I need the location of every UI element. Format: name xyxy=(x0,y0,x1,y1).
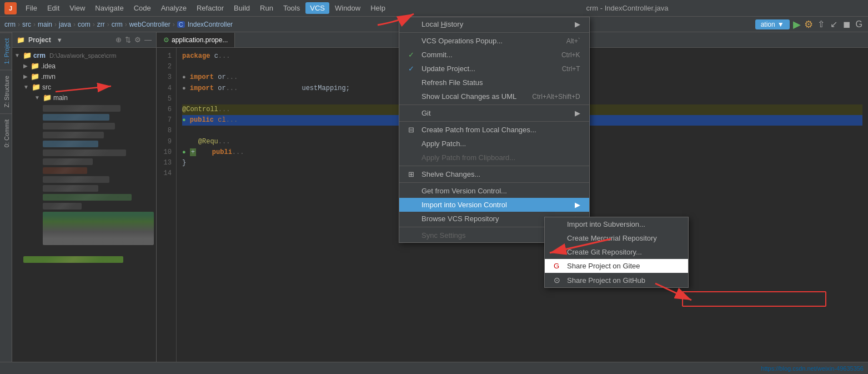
arrow-icon: ▶ xyxy=(575,20,580,28)
submenu-create-git[interactable]: Create Git Repository... xyxy=(545,245,688,259)
git-arrow-icon: ▶ xyxy=(575,109,580,117)
menu-code[interactable]: Code xyxy=(129,2,155,14)
breadcrumb-indexcontroller[interactable]: IndexController xyxy=(188,21,233,28)
breadcrumb-main[interactable]: main xyxy=(38,21,52,28)
tab-structure[interactable]: Z: Structure xyxy=(0,69,12,113)
status-url: https://blog.csdn.net/weixin-49635356 xyxy=(761,365,864,372)
submenu-import-subversion[interactable]: Import into Subversion... xyxy=(545,217,688,231)
sync-label: Sync Settings xyxy=(422,231,466,240)
share-github-label: Share Project on GitHub xyxy=(567,276,645,285)
tree-item-src[interactable]: ▼ 📁 src xyxy=(12,82,156,92)
menu-vcs-operations[interactable]: VCS Operations Popup... Alt+` xyxy=(399,34,589,48)
vcs-dropdown-menu: Local History ▶ VCS Operations Popup... … xyxy=(399,17,590,243)
menu-shelve[interactable]: ⊞ Shelve Changes... xyxy=(399,167,589,181)
project-panel: 📁 Project ▼ ⊕ ⇅ ⚙ — ▼ 📁 crm D:\Java\work… xyxy=(12,32,157,374)
blurred-section xyxy=(12,103,156,250)
tree-item-idea[interactable]: ▶ 📁 .idea xyxy=(12,61,156,71)
refresh-label: Refresh File Status xyxy=(422,78,483,87)
dropdown-icon: ▼ xyxy=(777,21,784,28)
sep: › xyxy=(93,21,95,28)
menu-create-patch[interactable]: ⊟ Create Patch from Local Changes... xyxy=(399,123,589,137)
breadcrumb-webcontroller[interactable]: webController xyxy=(129,21,170,28)
menu-get-vc[interactable]: Get from Version Control... xyxy=(399,184,589,198)
breadcrumb-zrr[interactable]: zrr xyxy=(97,21,105,28)
menu-help[interactable]: Help xyxy=(366,2,390,14)
menu-build[interactable]: Build xyxy=(229,2,254,14)
sep: › xyxy=(54,21,57,28)
menu-view[interactable]: View xyxy=(65,2,89,14)
menu-apply-patch-clipboard: Apply Patch from Clipboard... xyxy=(399,151,589,164)
panel-icon-2[interactable]: ⇅ xyxy=(125,36,131,44)
blurred-bottom xyxy=(12,254,156,265)
menu-import-vc[interactable]: Import into Version Control ▶ xyxy=(399,198,589,212)
menu-local-history[interactable]: Local History ▶ xyxy=(399,17,589,31)
menu-analyze[interactable]: Analyze xyxy=(157,2,191,14)
commit-shortcut: Ctrl+K xyxy=(550,51,580,59)
menu-vcs[interactable]: VCS xyxy=(305,2,329,14)
stop-icon[interactable]: ◼ xyxy=(843,19,850,29)
breadcrumb-crm2[interactable]: crm xyxy=(112,21,123,28)
import-subversion-label: Import into Subversion... xyxy=(567,220,645,228)
tab-project[interactable]: 1: Project xyxy=(0,32,12,69)
side-tabs: 1: Project Z: Structure 0: Commit xyxy=(0,32,12,374)
local-history-label: Local History xyxy=(422,20,463,28)
submenu-create-mercurial[interactable]: Create Mercurial Repository xyxy=(545,231,688,245)
panel-icon-3[interactable]: ⚙ xyxy=(134,36,141,44)
submenu-share-github[interactable]: ⊙ Share Project on GitHub xyxy=(545,273,688,287)
menu-git[interactable]: Git ▶ xyxy=(399,106,589,120)
tree-item-mvn[interactable]: ▶ 📁 .mvn xyxy=(12,71,156,82)
update-shortcut: Ctrl+T xyxy=(551,65,580,73)
tree-content: ▼ 📁 crm D:\Java\work_space\crm ▶ 📁 .idea… xyxy=(12,48,156,374)
shelve-label: Shelve Changes... xyxy=(422,170,480,178)
menu-tools[interactable]: Tools xyxy=(279,2,304,14)
tab-commit[interactable]: 0: Commit xyxy=(0,113,12,153)
browse-vcs-label: Browse VCS Repository xyxy=(422,215,499,223)
update-check-icon: ✓ xyxy=(408,64,417,73)
menu-refresh[interactable]: Refresh File Status xyxy=(399,76,589,89)
github-icon: ⊙ xyxy=(554,276,563,285)
create-git-label: Create Git Repository... xyxy=(567,248,642,256)
breadcrumb-src[interactable]: src xyxy=(22,21,31,28)
menu-run[interactable]: Run xyxy=(255,2,278,14)
tree-item-crm[interactable]: ▼ 📁 crm D:\Java\work_space\crm xyxy=(12,50,156,61)
menu-window[interactable]: Window xyxy=(330,2,365,14)
run-button[interactable]: ▶ xyxy=(793,18,801,31)
panel-title: Project xyxy=(28,36,51,44)
breadcrumb-java[interactable]: java xyxy=(59,21,71,28)
vcs-ops-label: VCS Operations Popup... xyxy=(422,37,503,45)
menu-show-uml[interactable]: Show Local Changes as UML Ctrl+Alt+Shift… xyxy=(399,89,589,103)
menu-file[interactable]: File xyxy=(21,2,42,14)
sep-1 xyxy=(399,32,589,33)
menu-edit[interactable]: Edit xyxy=(43,2,64,14)
uml-shortcut: Ctrl+Alt+Shift+D xyxy=(521,93,580,101)
config-label: ation xyxy=(761,21,775,28)
import-vc-submenu: Import into Subversion... Create Mercuri… xyxy=(544,217,689,288)
menu-commit[interactable]: ✓ Commit... Ctrl+K xyxy=(399,48,589,62)
line-numbers: 1 2 3 4 5 6 7 8 9 10 13 14 xyxy=(157,48,177,374)
breadcrumb-com[interactable]: com xyxy=(78,21,91,28)
editor-tab-props[interactable]: ⚙ application.prope... xyxy=(157,33,235,47)
configuration-button[interactable]: ation ▼ xyxy=(755,19,790,29)
git-label: Git xyxy=(422,109,431,117)
debug-button[interactable]: ⚙ xyxy=(804,18,813,31)
panel-icon-1[interactable]: ⊕ xyxy=(116,36,122,44)
tab-label: application.prope... xyxy=(172,36,228,44)
menu-apply-patch[interactable]: Apply Patch... xyxy=(399,137,589,151)
vcs-update-icon[interactable]: ⇧ xyxy=(817,19,825,29)
sep: › xyxy=(33,21,36,28)
status-bar: https://blog.csdn.net/weixin-49635356 xyxy=(0,362,868,374)
breadcrumb-crm[interactable]: crm xyxy=(4,21,16,28)
sep: › xyxy=(107,21,109,28)
tree-item-main[interactable]: ▼ 📁 main xyxy=(12,92,156,103)
create-mercurial-label: Create Mercurial Repository xyxy=(567,234,657,242)
menu-refactor[interactable]: Refactor xyxy=(192,2,228,14)
shelve-icon: ⊞ xyxy=(408,170,417,178)
menu-navigate[interactable]: Navigate xyxy=(91,2,128,14)
submenu-share-gitee[interactable]: G Share Project on Gitee xyxy=(545,259,688,273)
sep-2 xyxy=(399,104,589,105)
get-vc-label: Get from Version Control... xyxy=(422,187,507,195)
vcs-commit-icon[interactable]: ↙ xyxy=(830,19,837,29)
menu-update[interactable]: ✓ Update Project... Ctrl+T xyxy=(399,62,589,76)
panel-icon-4[interactable]: — xyxy=(144,36,152,44)
more-icon[interactable]: G xyxy=(856,19,862,29)
